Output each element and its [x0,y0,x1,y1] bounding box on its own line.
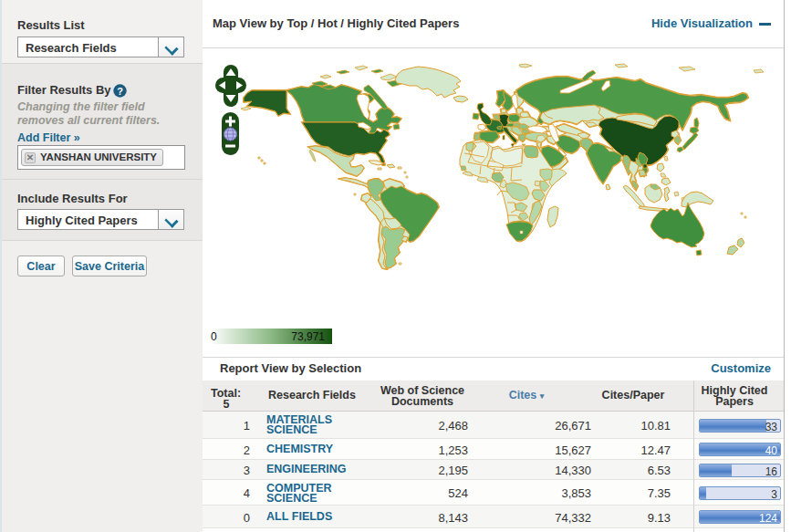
svg-text:0: 0 [211,330,217,343]
svg-text:?: ? [117,86,123,97]
svg-text:73,971: 73,971 [291,330,325,343]
